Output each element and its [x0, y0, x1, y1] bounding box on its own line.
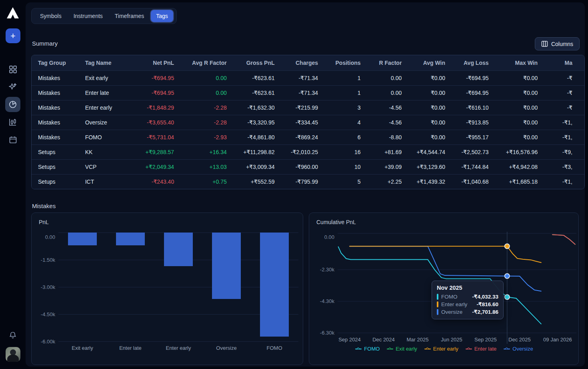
column-header-net-pnl[interactable]: Net PnL — [130, 55, 181, 70]
table-cell: Setups — [32, 144, 79, 159]
table-cell: -₹960.00 — [281, 159, 325, 174]
series-line-enter-late[interactable] — [552, 235, 575, 244]
legend-item-enter-late[interactable]: Enter late — [466, 346, 497, 352]
bar-exit-early[interactable] — [68, 233, 97, 245]
table-cell: +₹1,439.32 — [408, 174, 452, 189]
table-row[interactable]: SetupsKK+₹9,288.57+16.34+₹11,298.82-₹2,0… — [32, 144, 584, 159]
sidebar-item-dashboard[interactable] — [5, 62, 20, 77]
table-cell: ICT — [79, 174, 130, 189]
sidebar-item-calendar[interactable] — [5, 132, 20, 147]
sidebar-item-analytics[interactable] — [5, 97, 20, 112]
table-cell: -₹3, — [544, 159, 584, 174]
y-axis-tick: -4.50k — [33, 311, 55, 317]
highlight-dot-fomo[interactable] — [505, 295, 510, 299]
table-cell: -4.56 — [367, 115, 408, 130]
column-header-avg-loss[interactable]: Avg Loss — [452, 55, 495, 70]
bell-icon — [8, 331, 17, 340]
analytics-tabbar: SymbolsInstrumentsTimeframesTags — [31, 8, 177, 24]
table-cell: ₹0.00 — [408, 130, 452, 144]
notifications-button[interactable] — [5, 328, 20, 343]
app-logo-icon[interactable] — [6, 6, 20, 20]
summary-table-container: Tag GroupTag NameNet PnLAvg R FactorGros… — [31, 55, 585, 189]
legend-item-fomo[interactable]: FOMO — [355, 346, 380, 352]
sidebar-item-trades[interactable] — [5, 114, 20, 130]
x-axis-tick: Jun 2025 — [441, 337, 462, 343]
table-row[interactable]: SetupsVCP+₹2,049.34+13.03+₹3,009.34-₹960… — [32, 159, 584, 174]
column-header-gross-pnl[interactable]: Gross PnL — [233, 55, 281, 70]
table-cell: +₹3,009.34 — [233, 159, 281, 174]
table-cell: -₹694.95 — [130, 85, 181, 100]
table-row[interactable]: MistakesExit early-₹694.950.00-₹623.61-₹… — [32, 70, 584, 85]
table-cell: -₹5,731.04 — [130, 130, 181, 144]
legend-marker-icon — [466, 349, 472, 349]
table-cell: -₹1, — [544, 115, 584, 130]
bar-enter-early[interactable] — [164, 233, 193, 266]
bar-oversize[interactable] — [212, 233, 241, 299]
columns-button[interactable]: Columns — [535, 37, 580, 50]
table-cell: VCP — [79, 159, 130, 174]
add-trade-button[interactable]: + — [6, 28, 20, 43]
sidebar-item-ai-insights[interactable] — [5, 79, 20, 94]
calendar-icon — [9, 136, 17, 144]
table-cell: 10 — [324, 159, 367, 174]
legend-label: FOMO — [364, 346, 380, 352]
table-row[interactable]: MistakesEnter early-₹1,848.29-2.28-₹1,63… — [32, 100, 584, 115]
x-axis-tick: Enter late — [119, 345, 142, 351]
tab-symbols[interactable]: Symbols — [35, 10, 67, 22]
legend-label: Enter late — [474, 346, 497, 352]
table-cell: -₹3,655.40 — [130, 115, 181, 130]
table-row[interactable]: MistakesOversize-₹3,655.40-2.28-₹3,320.9… — [32, 115, 584, 130]
mistakes-section-title: Mistakes — [32, 203, 56, 209]
column-header-max-win[interactable]: Max Win — [495, 55, 544, 70]
table-cell: +₹11,298.82 — [233, 144, 281, 159]
legend-item-exit-early[interactable]: Exit early — [387, 346, 417, 352]
legend-marker-icon — [504, 349, 510, 349]
column-header-avg-win[interactable]: Avg Win — [408, 55, 452, 70]
highlight-dot-oversize[interactable] — [505, 274, 510, 279]
series-line-enter-early[interactable] — [350, 246, 541, 263]
tab-instruments[interactable]: Instruments — [68, 10, 108, 22]
table-cell: -₹71.34 — [281, 85, 325, 100]
table-cell: Mistakes — [32, 85, 79, 100]
table-cell: Mistakes — [32, 100, 79, 115]
column-header-avg-r-factor[interactable]: Avg R Factor — [180, 55, 233, 70]
x-axis-tick: 09 Jan 2026 — [543, 337, 572, 343]
table-header-row: Tag GroupTag NameNet PnLAvg R FactorGros… — [32, 55, 584, 70]
table-cell: 6 — [324, 130, 367, 144]
table-cell: Enter early — [79, 100, 130, 115]
column-header-tag-group[interactable]: Tag Group — [32, 55, 79, 70]
column-header-r-factor[interactable]: R Factor — [367, 55, 408, 70]
table-cell: Oversize — [79, 115, 130, 130]
table-cell: Exit early — [79, 70, 130, 85]
y-axis-tick: 0.00 — [324, 234, 334, 240]
highlight-dot-enter-early[interactable] — [505, 244, 510, 249]
column-header-tag-name[interactable]: Tag Name — [79, 55, 130, 70]
bar-enter-late[interactable] — [116, 233, 145, 245]
column-header-positions[interactable]: Positions — [324, 55, 367, 70]
user-avatar[interactable] — [6, 347, 20, 362]
table-row[interactable]: SetupsICT-₹243.40+0.75+₹552.59-₹795.995+… — [32, 174, 584, 189]
table-row[interactable]: MistakesFOMO-₹5,731.04-2.93-₹4,861.80-₹8… — [32, 130, 584, 144]
legend-label: Enter early — [433, 346, 458, 352]
column-header-charges[interactable]: Charges — [281, 55, 325, 70]
table-cell: +2.25 — [367, 174, 408, 189]
main-panel: SymbolsInstrumentsTimeframesTags Summary… — [26, 2, 585, 367]
column-header-ma[interactable]: Ma — [544, 55, 584, 70]
bar-fomo[interactable] — [260, 233, 289, 337]
legend-item-enter-early[interactable]: Enter early — [424, 346, 458, 352]
table-cell: -4.56 — [367, 100, 408, 115]
table-cell: +81.69 — [367, 144, 408, 159]
tab-tags[interactable]: Tags — [151, 10, 173, 22]
tooltip-row: Enter early-₹816.60 — [437, 301, 498, 307]
y-axis-tick: -6.30k — [320, 330, 335, 336]
table-row[interactable]: MistakesEnter late-₹694.950.00-₹623.61-₹… — [32, 85, 584, 100]
table-cell: +₹4,942.08 — [495, 159, 544, 174]
y-axis-tick: 0.00 — [33, 234, 55, 240]
tab-timeframes[interactable]: Timeframes — [110, 10, 149, 22]
legend-item-oversize[interactable]: Oversize — [504, 346, 533, 352]
table-cell: 5 — [324, 174, 367, 189]
legend-marker-icon — [424, 349, 431, 349]
series-line-exit-early[interactable] — [552, 235, 575, 244]
table-cell: ₹0.00 — [495, 70, 544, 85]
table-cell: 0.00 — [367, 85, 408, 100]
